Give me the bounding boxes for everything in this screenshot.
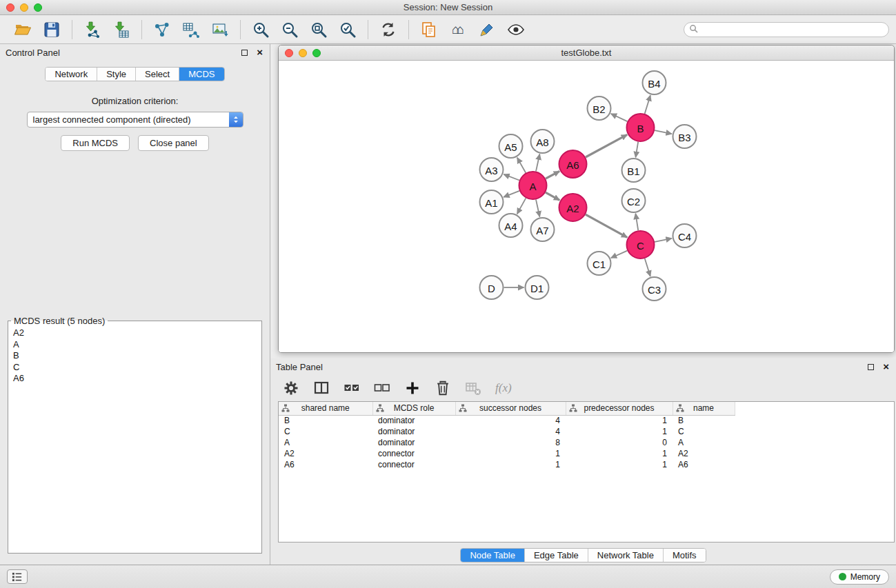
edge-A-A2[interactable] — [546, 192, 559, 200]
node-B4[interactable]: B4 — [643, 71, 666, 94]
memory-button[interactable]: Memory — [830, 569, 889, 585]
table-tab-motifs[interactable]: Motifs — [663, 549, 706, 562]
table-row[interactable]: A2connector11A2 — [279, 448, 746, 459]
show-columns-icon[interactable] — [313, 379, 330, 397]
column-header-name[interactable]: name — [673, 402, 735, 415]
add-column-icon[interactable] — [404, 379, 421, 397]
gear-icon[interactable] — [283, 379, 299, 397]
column-header-successor-nodes[interactable]: successor nodes — [455, 402, 566, 415]
mcds-result-item[interactable]: A — [13, 339, 261, 351]
tab-network[interactable]: Network — [46, 68, 97, 81]
node-A[interactable]: A — [519, 172, 547, 199]
close-panel-button[interactable]: Close panel — [138, 135, 209, 151]
optimization-criterion-dropdown[interactable]: largest connected component (directed) — [27, 112, 243, 128]
node-D1[interactable]: D1 — [526, 276, 549, 299]
zoom-fit-icon[interactable] — [308, 18, 329, 41]
node-C1[interactable]: C1 — [588, 252, 611, 275]
edge-B-B2[interactable] — [611, 114, 628, 121]
import-network-icon[interactable] — [82, 18, 103, 41]
table-tab-network-table[interactable]: Network Table — [588, 549, 663, 562]
node-B1[interactable]: B1 — [622, 159, 646, 182]
edge-A-A3[interactable] — [504, 174, 519, 181]
function-builder-icon[interactable]: f(x) — [495, 381, 512, 395]
edge-C-C1[interactable] — [611, 251, 628, 258]
node-C2[interactable]: C2 — [622, 189, 646, 212]
edge-B-B1[interactable] — [636, 142, 639, 158]
deselect-all-icon[interactable] — [374, 379, 390, 397]
panel-divider[interactable] — [270, 353, 896, 358]
edge-A-A4[interactable] — [517, 198, 526, 214]
network-window-titlebar[interactable]: testGlobe.txt — [279, 45, 894, 61]
show-panels-button[interactable] — [7, 569, 28, 584]
column-header-predecessor-nodes[interactable]: predecessor nodes — [566, 402, 673, 415]
eye-icon[interactable] — [506, 18, 526, 41]
table-row[interactable]: A6connector11A6 — [279, 459, 746, 470]
edge-A-A1[interactable] — [504, 191, 519, 197]
node-D[interactable]: D — [480, 276, 504, 299]
node-B3[interactable]: B3 — [673, 125, 697, 148]
tab-style[interactable]: Style — [97, 68, 135, 81]
node-A2[interactable]: A2 — [559, 194, 587, 221]
mcds-result-item[interactable]: A6 — [13, 373, 261, 385]
mcds-result-item[interactable]: B — [13, 350, 261, 362]
home-icon[interactable]: ⌂⌂ — [448, 18, 468, 41]
node-A1[interactable]: A1 — [480, 190, 504, 214]
table-row[interactable]: Bdominator41B — [279, 415, 746, 426]
import-table-icon[interactable] — [111, 18, 132, 41]
select-all-icon[interactable] — [344, 379, 360, 397]
mcds-result-item[interactable]: A2 — [13, 327, 261, 339]
close-table-panel-icon[interactable]: × — [883, 363, 889, 370]
new-network-icon[interactable] — [152, 18, 172, 41]
float-table-panel-icon[interactable] — [868, 364, 874, 370]
node-A8[interactable]: A8 — [531, 130, 555, 153]
edge-A-A8[interactable] — [536, 154, 539, 172]
edge-B-B4[interactable] — [645, 95, 650, 114]
clone-network-icon[interactable] — [419, 18, 439, 41]
table-tab-node-table[interactable]: Node Table — [461, 549, 524, 562]
edge-A-A7[interactable] — [536, 200, 539, 217]
export-image-icon[interactable] — [210, 18, 230, 41]
node-A4[interactable]: A4 — [499, 214, 523, 237]
node-A3[interactable]: A3 — [480, 158, 504, 181]
trash-icon[interactable] — [435, 379, 451, 397]
edge-B-B3[interactable] — [655, 130, 672, 134]
open-file-icon[interactable] — [12, 18, 33, 41]
node-A5[interactable]: A5 — [499, 134, 523, 158]
edge-C-C4[interactable] — [655, 239, 672, 242]
search-input[interactable] — [701, 25, 888, 34]
edge-A-A5[interactable] — [517, 158, 526, 173]
table-row[interactable]: Cdominator41C — [279, 426, 746, 437]
edge-A6-B[interactable] — [586, 134, 627, 157]
node-B2[interactable]: B2 — [588, 97, 611, 120]
tab-select[interactable]: Select — [135, 68, 179, 81]
mcds-result-item[interactable]: C — [13, 362, 261, 374]
node-B[interactable]: B — [627, 114, 655, 141]
edge-A-A6[interactable] — [546, 171, 559, 179]
zoom-out-icon[interactable] — [279, 18, 300, 41]
save-session-icon[interactable] — [41, 18, 62, 41]
float-panel-icon[interactable] — [241, 50, 248, 56]
close-panel-icon[interactable]: × — [257, 49, 263, 56]
tab-mcds[interactable]: MCDS — [179, 68, 223, 81]
node-A6[interactable]: A6 — [559, 150, 587, 178]
column-header-shared-name[interactable]: shared name — [279, 402, 372, 415]
style-brush-icon[interactable] — [477, 18, 497, 41]
table-row[interactable]: Adominator80A — [279, 437, 746, 448]
edge-C-C3[interactable] — [645, 258, 650, 276]
search-box[interactable] — [684, 22, 889, 37]
node-C3[interactable]: C3 — [643, 277, 666, 301]
zoom-selected-icon[interactable] — [337, 18, 358, 41]
node-C4[interactable]: C4 — [673, 224, 697, 247]
run-mcds-button[interactable]: Run MCDS — [61, 135, 130, 151]
refresh-icon[interactable] — [378, 18, 399, 41]
node-A7[interactable]: A7 — [531, 218, 555, 241]
node-C[interactable]: C — [627, 231, 655, 258]
edge-C-C2[interactable] — [635, 214, 638, 230]
column-header-MCDS-role[interactable]: MCDS role — [372, 402, 455, 415]
edge-A2-C[interactable] — [586, 214, 627, 237]
node-table[interactable]: shared nameMCDS rolesuccessor nodesprede… — [278, 401, 895, 543]
table-tab-edge-table[interactable]: Edge Table — [524, 549, 588, 562]
network-canvas[interactable]: B4B2BB3A8A5A6B1A3AC2A1A2A4A7C4CC1C3DD1 — [279, 61, 894, 352]
new-network-table-icon[interactable] — [181, 18, 201, 41]
zoom-in-icon[interactable] — [250, 18, 271, 41]
